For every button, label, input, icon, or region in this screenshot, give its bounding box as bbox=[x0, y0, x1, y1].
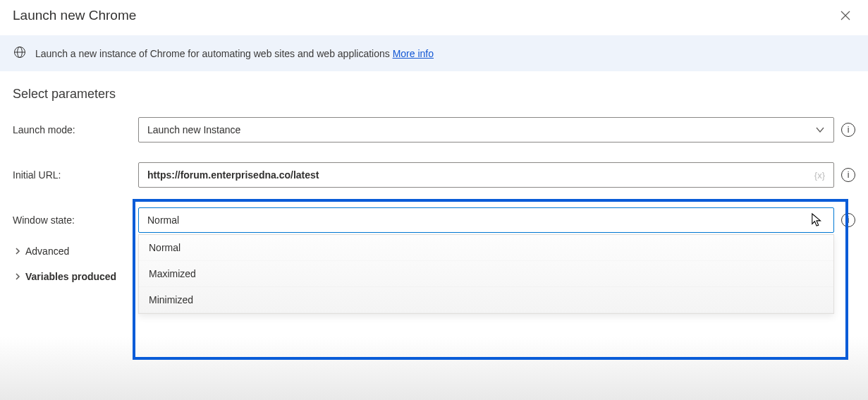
parameters-section: Select parameters Launch mode: Launch ne… bbox=[0, 71, 868, 282]
banner-description: Launch a new instance of Chrome for auto… bbox=[35, 48, 393, 59]
window-state-dropdown: Normal Maximized Minimized bbox=[138, 234, 834, 314]
info-icon-window-state[interactable]: i bbox=[841, 213, 855, 227]
chevron-right-icon bbox=[14, 271, 21, 282]
banner-text: Launch a new instance of Chrome for auto… bbox=[35, 48, 434, 59]
more-info-link[interactable]: More info bbox=[393, 48, 434, 59]
dropdown-option-maximized[interactable]: Maximized bbox=[139, 261, 833, 287]
launch-mode-value: Launch new Instance bbox=[147, 124, 240, 135]
dropdown-option-normal[interactable]: Normal bbox=[139, 235, 833, 261]
section-title: Select parameters bbox=[13, 87, 855, 102]
chevron-right-icon bbox=[14, 246, 21, 257]
initial-url-input[interactable]: https://forum.enterprisedna.co/latest {x… bbox=[138, 162, 834, 188]
dialog-header: Launch new Chrome bbox=[0, 0, 868, 35]
dialog-title: Launch new Chrome bbox=[13, 8, 136, 23]
dropdown-option-minimized[interactable]: Minimized bbox=[139, 287, 833, 313]
row-initial-url: Initial URL: https://forum.enterprisedna… bbox=[13, 162, 855, 188]
initial-url-value: https://forum.enterprisedna.co/latest bbox=[147, 169, 319, 181]
globe-icon bbox=[13, 45, 27, 61]
label-window-state: Window state: bbox=[13, 214, 138, 226]
window-state-select[interactable]: Normal bbox=[138, 207, 834, 233]
row-window-state: Window state: Normal Normal Maximized Mi… bbox=[13, 207, 855, 233]
row-launch-mode: Launch mode: Launch new Instance i bbox=[13, 117, 855, 143]
advanced-label: Advanced bbox=[25, 246, 69, 257]
bottom-gradient bbox=[0, 337, 868, 400]
chevron-down-icon bbox=[815, 125, 825, 135]
label-launch-mode: Launch mode: bbox=[13, 124, 138, 135]
variable-token-icon[interactable]: {x} bbox=[814, 170, 825, 181]
info-icon-initial-url[interactable]: i bbox=[841, 168, 855, 182]
close-button[interactable] bbox=[836, 6, 855, 25]
mouse-cursor-icon bbox=[811, 212, 824, 230]
label-initial-url: Initial URL: bbox=[13, 169, 138, 181]
info-icon-launch-mode[interactable]: i bbox=[841, 123, 855, 137]
variables-produced-label: Variables produced bbox=[25, 271, 116, 282]
info-banner: Launch a new instance of Chrome for auto… bbox=[0, 35, 868, 71]
window-state-value: Normal bbox=[147, 214, 179, 226]
close-icon bbox=[841, 11, 850, 20]
launch-mode-select[interactable]: Launch new Instance bbox=[138, 117, 834, 143]
